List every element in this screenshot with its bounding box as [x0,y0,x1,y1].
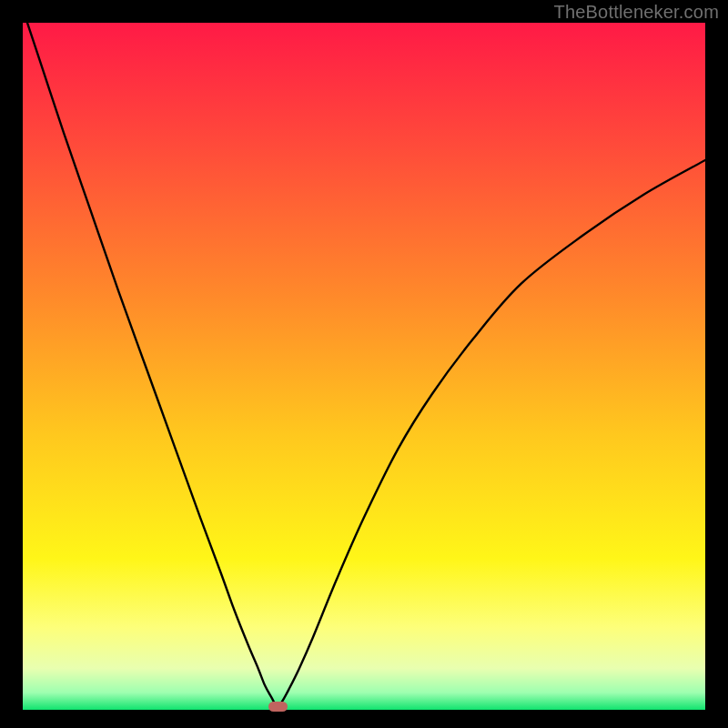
bottleneck-curve [23,23,705,710]
watermark-text: TheBottleneker.com [554,2,719,23]
bottleneck-point-marker [268,702,288,712]
chart-frame [23,23,705,710]
